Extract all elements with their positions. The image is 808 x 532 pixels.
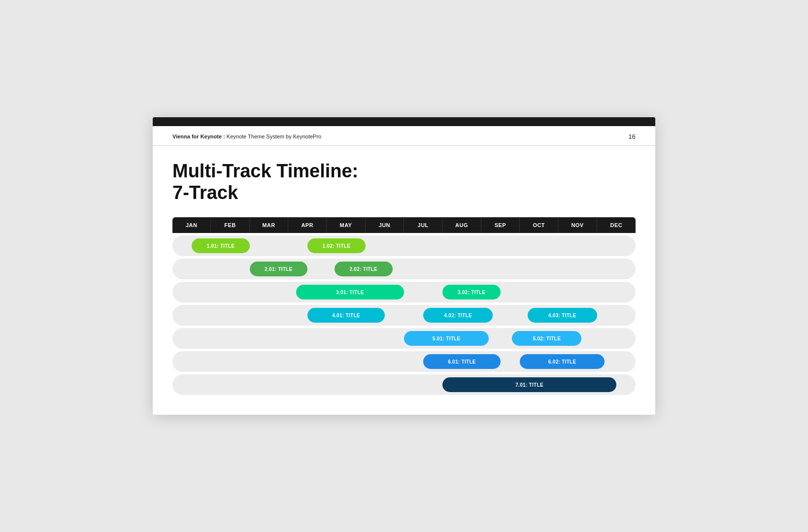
pill-t5-p1: 5.01: TITLE — [404, 331, 489, 346]
pill-t4-p2: 4.02: TITLE — [423, 308, 493, 323]
timeline-container: JANFEBMARAPRMAYJUNJULAUGSEPOCTNOVDEC 1.0… — [172, 217, 636, 395]
timeline-header: JANFEBMARAPRMAYJUNJULAUGSEPOCTNOVDEC — [172, 217, 636, 233]
track-row: 6.01: TITLE6.02: TITLE — [172, 351, 636, 372]
page-number: 16 — [629, 133, 636, 140]
month-cell: AUG — [442, 217, 481, 233]
track-row: 5.01: TITLE5.02: TITLE — [172, 328, 636, 349]
slide-wrapper: Vienna for Keynote : Keynote Theme Syste… — [153, 117, 655, 415]
month-cell: NOV — [558, 217, 597, 233]
pill-t1-p1: 1.01: TITLE — [192, 238, 250, 253]
month-cell: SEP — [481, 217, 520, 233]
pill-t4-p3: 4.03: TITLE — [528, 308, 597, 323]
month-cell: MAY — [327, 217, 365, 233]
pill-t2-p2: 2.02: TITLE — [335, 262, 393, 276]
month-cell: JUL — [404, 217, 442, 233]
brand-normal: Keynote Theme System by KeynotePro — [225, 133, 321, 139]
month-cell: OCT — [520, 217, 558, 233]
track-row: 4.01: TITLE4.02: TITLE4.03: TITLE — [172, 305, 636, 326]
pill-t7-p1: 7.01: TITLE — [442, 377, 616, 392]
track-row: 7.01: TITLE — [172, 374, 636, 395]
month-cell: DEC — [597, 217, 636, 233]
track-row: 1.01: TITLE1.02: TITLE — [172, 235, 636, 256]
month-cell: JUN — [366, 217, 404, 233]
pill-t3-p1: 3.01: TITLE — [296, 285, 404, 299]
timeline-body: 1.01: TITLE1.02: TITLE2.01: TITLE2.02: T… — [172, 235, 636, 395]
track-row: 2.01: TITLE2.02: TITLE — [172, 259, 636, 279]
title-line2: 7-Track — [172, 182, 238, 203]
slide-title: Multi-Track Timeline: 7-Track — [172, 161, 636, 203]
pill-t4-p1: 4.01: TITLE — [307, 308, 385, 323]
month-cell: MAR — [250, 217, 288, 233]
month-cell: APR — [288, 217, 327, 233]
pill-t2-p1: 2.01: TITLE — [250, 262, 308, 276]
track-row: 3.01: TITLE3.02: TITLE — [172, 282, 636, 302]
pill-t6-p1: 6.01: TITLE — [423, 354, 501, 369]
pill-t6-p2: 6.02: TITLE — [520, 354, 605, 369]
slide-content: Multi-Track Timeline: 7-Track JANFEBMARA… — [153, 146, 655, 415]
slide-top-bar — [153, 117, 655, 126]
brand-bold: Vienna for Keynote : — [172, 133, 225, 139]
month-cell: JAN — [172, 217, 211, 233]
title-line1: Multi-Track Timeline: — [172, 161, 358, 181]
month-cell: FEB — [211, 217, 249, 233]
pill-t5-p2: 5.02: TITLE — [512, 331, 581, 346]
pill-t1-p2: 1.02: TITLE — [307, 238, 366, 253]
slide-header: Vienna for Keynote : Keynote Theme Syste… — [153, 126, 655, 146]
slide-brand: Vienna for Keynote : Keynote Theme Syste… — [172, 133, 321, 139]
pill-t3-p2: 3.02: TITLE — [442, 285, 501, 299]
